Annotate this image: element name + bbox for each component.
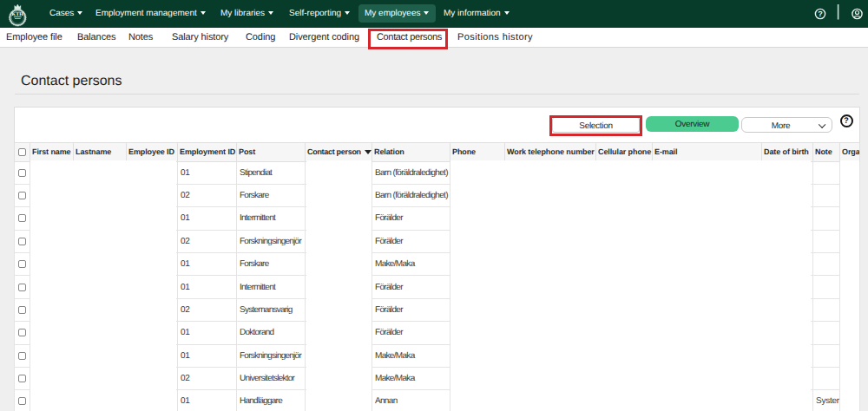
svg-text:?: ? bbox=[818, 10, 823, 18]
svg-text:KTH: KTH bbox=[11, 12, 23, 17]
